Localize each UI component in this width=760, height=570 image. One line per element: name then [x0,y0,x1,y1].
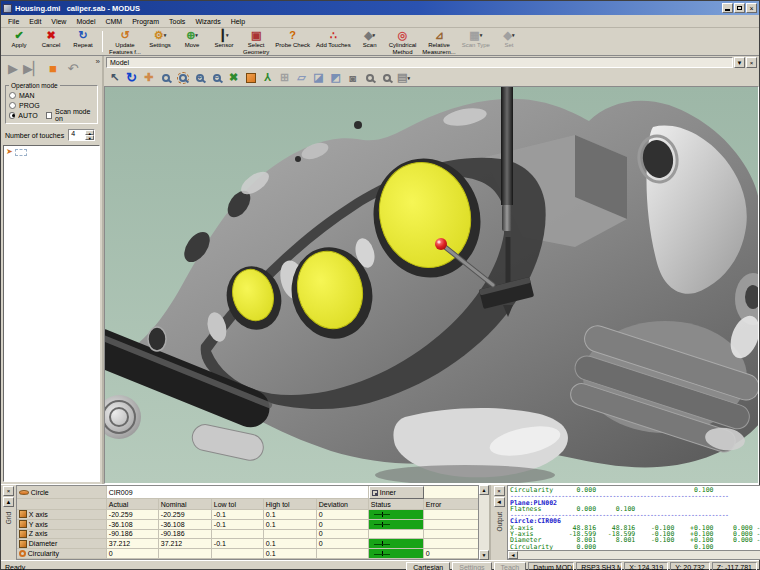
cylindrical-method-button[interactable]: ◎ Cylindrical Method [386,29,420,54]
menu-help[interactable]: Help [226,17,250,26]
column-header-lowtol[interactable]: Low tol [212,499,264,510]
column-header-error[interactable]: Error [424,499,479,510]
cell-y-error[interactable] [424,520,479,530]
add-touches-button[interactable]: ∴ Add Touches [313,29,354,54]
cell-circ-error[interactable]: 0 [424,549,479,559]
minimize-button[interactable] [722,3,733,13]
cell-circ-lowtol[interactable] [212,549,264,559]
cell-dia-error[interactable] [424,539,479,549]
menu-program[interactable]: Program [127,17,164,26]
cell-y-hightol[interactable]: 0.1 [264,520,317,530]
row-label-z-axis[interactable]: Z axis [17,530,107,540]
menu-wizards[interactable]: Wizards [190,17,225,26]
zoom-icon[interactable] [158,70,173,85]
scan-button[interactable]: ◈▾ Scan [354,29,386,54]
viewport-3d[interactable] [104,86,759,484]
cell-z-hightol[interactable] [264,530,317,540]
scan-type-button[interactable]: ▦▾ Scan Type [459,29,493,54]
column-header-actual[interactable]: Actual [107,499,159,510]
ucs-box-icon[interactable] [243,70,258,85]
cell-x-deviation[interactable]: 0 [317,510,369,520]
cell-circ-hightol[interactable]: 0.1 [264,549,317,559]
fit-view-icon[interactable]: ✖ [226,70,241,85]
cell-dia-lowtol[interactable]: -0.1 [212,539,264,549]
cell-circ-actual[interactable]: 0 [107,549,159,559]
cell-circ-deviation[interactable] [317,549,369,559]
output-horizontal-scrollbar[interactable]: ◄ ► [508,550,760,559]
output-log[interactable]: Circularity 0.000 0.100 ----------------… [508,486,760,550]
scroll-left-button[interactable]: ◄ [508,551,518,559]
cell-y-lowtol[interactable]: -0.1 [212,520,264,530]
settings-status-button[interactable]: Settings [452,562,491,570]
layer-blue2-icon[interactable]: ◩ [328,70,343,85]
program-tree[interactable]: ➤ [3,145,100,482]
repeat-button[interactable]: ↻ Repeat [67,29,99,54]
snapshot-camera-icon[interactable]: ◙ [345,70,360,85]
relative-measurement-button[interactable]: ⊿ Relative Measurem... [419,29,458,54]
sensor-button[interactable]: ┃▾ Sensor [208,29,240,54]
output-tab-label[interactable]: Output [496,512,503,532]
cell-y-actual[interactable]: -36.108 [107,520,159,530]
radio-man[interactable]: MAN [9,90,94,100]
menu-cmm[interactable]: CMM [100,17,127,26]
find-next-icon[interactable] [379,70,394,85]
inner-mode-button[interactable]: Inner [369,486,424,499]
row-label-y-axis[interactable]: Y axis [17,520,107,530]
settings-button[interactable]: ⚙▾ Settings [144,29,176,54]
move-button[interactable]: ⊕▾ Move [176,29,208,54]
cancel-button[interactable]: ✖ Cancel [35,29,67,54]
report-view-icon[interactable]: ▤▾ [396,70,411,85]
menu-file[interactable]: File [3,17,24,26]
cell-dia-deviation[interactable]: 0 [317,539,369,549]
cell-x-error[interactable] [424,510,479,520]
spin-down-button[interactable]: ▼ [85,135,94,140]
zoom-in-icon[interactable]: + [192,70,207,85]
menu-model[interactable]: Model [71,17,100,26]
layer-blue-icon[interactable]: ◪ [311,70,326,85]
model-panel-collapse-button[interactable]: ▼ [734,57,745,68]
play-to-end-button[interactable]: ▶▏ [23,58,43,78]
select-geometry-button[interactable]: ▣ Select Geometry [240,29,272,54]
scroll-down-button[interactable]: ▼ [479,550,489,560]
cell-x-nominal[interactable]: -20.259 [159,510,212,520]
model-panel-close-button[interactable]: × [746,57,757,68]
cell-z-deviation[interactable]: 0 [317,530,369,540]
cell-z-lowtol[interactable] [212,530,264,540]
tree-item[interactable]: ➤ [6,148,97,156]
column-header-hightol[interactable]: High tol [264,499,317,510]
grid-tab-label[interactable]: Grid [5,512,12,524]
radio-auto-label[interactable]: AUTO [18,112,37,119]
select-cursor-icon[interactable]: ↖ [107,70,122,85]
probe-check-button[interactable]: ? Probe Check [272,29,313,54]
column-header-status[interactable]: Status [369,499,424,510]
undo-button[interactable]: ↶ [63,58,83,78]
section-box-icon[interactable]: ⊞ [277,70,292,85]
zoom-out-icon[interactable]: − [209,70,224,85]
scroll-up-button[interactable]: ▲ [479,485,489,495]
cartesian-button[interactable]: Cartesian [406,562,450,570]
grid-pin-button[interactable]: ▲ [3,497,14,507]
output-close-button[interactable]: × [494,486,505,496]
teach-status-button[interactable]: Teach [494,562,527,570]
cell-x-actual[interactable]: -20.259 [107,510,159,520]
menu-edit[interactable]: Edit [24,17,46,26]
zoom-window-icon[interactable] [175,70,190,85]
set-button[interactable]: ◆▾ Set [493,29,525,54]
row-label-circularity[interactable]: Circularity [17,549,107,559]
cell-dia-hightol[interactable]: 0.1 [264,539,317,549]
cell-z-error[interactable] [424,530,479,540]
axis-tripod-icon[interactable]: Y [260,70,275,85]
cell-z-nominal[interactable]: -90.186 [159,530,212,540]
close-button[interactable]: × [746,3,757,13]
menu-view[interactable]: View [46,17,71,26]
row-label-diameter[interactable]: Diameter [17,539,107,549]
feature-type-cell[interactable]: Circle [17,486,107,499]
stop-button[interactable]: ■ [43,58,63,78]
find-feature-icon[interactable] [362,70,377,85]
play-button[interactable]: ▶ [3,58,23,78]
feature-extra-cell[interactable] [424,486,479,499]
cell-y-nominal[interactable]: -36.108 [159,520,212,530]
feature-name-cell[interactable]: CIR009 [107,486,369,499]
toolbar-overflow-chevron[interactable]: » [96,57,100,66]
grid-close-button[interactable]: × [3,486,14,496]
